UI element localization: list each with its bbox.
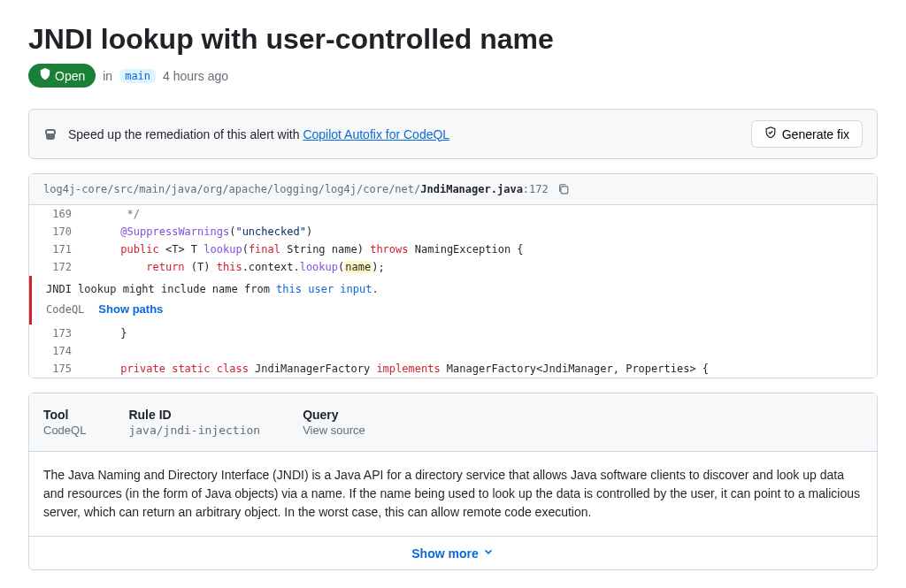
- show-paths-button[interactable]: Show paths: [98, 302, 163, 316]
- status-time: 4 hours ago: [163, 69, 228, 83]
- line-content: @SuppressWarnings("unchecked"): [82, 223, 877, 241]
- line-number: 174: [29, 342, 82, 360]
- status-badge: Open: [28, 64, 96, 88]
- svg-rect-0: [561, 187, 568, 194]
- shield-check-icon: [764, 126, 777, 141]
- line-content: }: [82, 325, 877, 342]
- line-number: 169: [29, 205, 82, 223]
- alert-source-label: CodeQL: [46, 303, 84, 316]
- code-panel: log4j-core/src/main/java/org/apache/logg…: [28, 173, 878, 378]
- code-line: 171 public <T> T lookup(final String nam…: [29, 241, 877, 258]
- line-number: 170: [29, 223, 82, 241]
- line-content: */: [82, 205, 877, 223]
- status-row: Open in main 4 hours ago: [28, 64, 878, 88]
- copilot-bar: Speed up the remediation of this alert w…: [28, 109, 878, 159]
- code-line: 175 private static class JndiManagerFact…: [29, 360, 877, 378]
- copilot-icon: [43, 127, 58, 141]
- branch-pill[interactable]: main: [119, 69, 156, 83]
- code-line: 170 @SuppressWarnings("unchecked"): [29, 223, 877, 241]
- copilot-link[interactable]: Copilot Autofix for CodeQL: [303, 127, 449, 141]
- code-line: 173 }: [29, 325, 877, 342]
- line-content: return (T) this.context.lookup(name);: [82, 258, 877, 276]
- query-label: Query: [303, 408, 365, 422]
- code-line: 172 return (T) this.context.lookup(name)…: [29, 258, 877, 276]
- line-content: [82, 342, 877, 360]
- line-number: 171: [29, 241, 82, 258]
- code-line: 169 */: [29, 205, 877, 223]
- details-panel: Tool CodeQL Rule ID java/jndi-injection …: [28, 393, 878, 570]
- line-number: 172: [29, 258, 82, 276]
- line-number: 175: [29, 360, 82, 378]
- generate-fix-button[interactable]: Generate fix: [751, 120, 863, 148]
- tool-label: Tool: [43, 408, 86, 422]
- line-content: public <T> T lookup(final String name) t…: [82, 241, 877, 258]
- details-description: The Java Naming and Directory Interface …: [29, 452, 877, 536]
- alert-inline: JNDI lookup might include name from this…: [29, 276, 877, 325]
- code-header: log4j-core/src/main/java/org/apache/logg…: [29, 174, 877, 205]
- alert-text: JNDI lookup might include name from this…: [46, 283, 863, 295]
- line-number: 173: [29, 325, 82, 342]
- tool-value: CodeQL: [43, 424, 86, 437]
- details-header: Tool CodeQL Rule ID java/jndi-injection …: [29, 393, 877, 452]
- code-body: 169 */170 @SuppressWarnings("unchecked")…: [29, 205, 877, 378]
- alert-source-link[interactable]: this user input: [276, 283, 372, 295]
- chevron-down-icon: [482, 546, 495, 561]
- rule-value: java/jndi-injection: [128, 424, 260, 437]
- shield-icon: [39, 68, 51, 83]
- status-label: Open: [55, 69, 85, 83]
- copy-icon[interactable]: [557, 183, 570, 195]
- code-line: 174: [29, 342, 877, 360]
- status-in: in: [103, 69, 112, 83]
- rule-label: Rule ID: [128, 408, 260, 422]
- page-title: JNDI lookup with user-controlled name: [28, 21, 878, 57]
- query-value-link[interactable]: View source: [303, 424, 365, 437]
- file-path[interactable]: log4j-core/src/main/java/org/apache/logg…: [43, 183, 549, 195]
- line-content: private static class JndiManagerFactory …: [82, 360, 877, 378]
- show-more-button[interactable]: Show more: [411, 546, 494, 561]
- copilot-text: Speed up the remediation of this alert w…: [68, 127, 449, 141]
